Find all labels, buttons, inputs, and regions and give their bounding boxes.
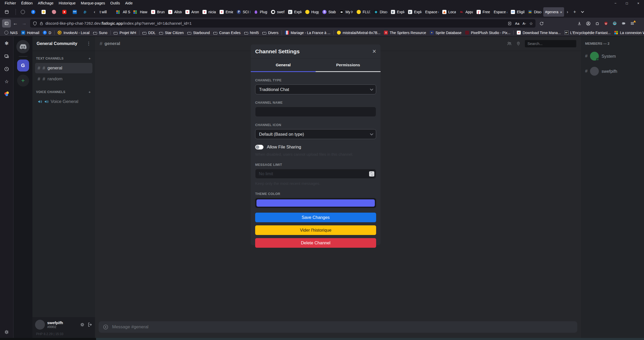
tab-close-icon[interactable]: ×: [560, 10, 562, 14]
discord-home-icon[interactable]: [16, 40, 30, 53]
member-row[interactable]: # System: [585, 52, 640, 61]
channel-type-select[interactable]: Traditional Chat: [255, 84, 376, 94]
tab-scroll-right-icon[interactable]: ›: [564, 8, 571, 16]
downloads-icon[interactable]: [577, 21, 582, 26]
translate-icon[interactable]: Aa: [515, 22, 519, 25]
bookmark[interactable]: Mariage - La France à ...: [283, 30, 332, 35]
url-bar[interactable]: discord-like-php-chat-7262.dev.flatlogic…: [30, 19, 535, 28]
user-settings-gear-icon[interactable]: [80, 322, 85, 327]
forward-icon[interactable]: →: [20, 19, 29, 28]
message-input[interactable]: Message #general: [99, 321, 577, 333]
refresh-icon[interactable]: [537, 19, 546, 28]
browser-tab[interactable]: Explor: [286, 7, 303, 17]
pinned-tab-globe-icon[interactable]: [18, 8, 29, 16]
members-toggle-icon[interactable]: [507, 41, 512, 46]
lock-icon[interactable]: [39, 22, 43, 25]
bookmark-folder[interactable]: Star Citizen: [157, 30, 185, 35]
bookmark[interactable]: L'Encyclopédie Fantast...: [563, 30, 613, 35]
pinned-tab-creature-icon[interactable]: [50, 8, 60, 16]
server-header[interactable]: General Community ⋮: [32, 36, 95, 51]
browser-tab[interactable]: swefpi: [269, 7, 286, 17]
menu-fichier[interactable]: Fichier: [2, 1, 19, 6]
bookmark[interactable]: The Spriters Resource: [382, 30, 428, 35]
browser-tab[interactable]: t will: [98, 7, 115, 17]
bookmark-folder[interactable]: Conan Exiles: [212, 30, 242, 35]
bookmarks-star-icon[interactable]: ☆: [4, 79, 10, 84]
pinned-tab-synology-icon[interactable]: [81, 8, 91, 16]
bookmark-folder[interactable]: Divers: [261, 30, 280, 35]
pinned-tab-dsm-icon[interactable]: [70, 8, 81, 16]
browser-tab[interactable]: Explor: [406, 7, 423, 17]
save-page-icon[interactable]: [507, 21, 512, 26]
menu-affichage[interactable]: Affichage: [35, 1, 56, 6]
browser-tab[interactable]: Bruni2: [149, 7, 166, 17]
ai-chatbot-icon[interactable]: ✻: [4, 41, 10, 46]
sidebar-toggle-icon[interactable]: [2, 19, 11, 28]
browser-tab[interactable]: Aromy: [184, 7, 201, 17]
bookmark[interactable]: mistralai/Mixtral-8x7B...: [335, 30, 382, 35]
channel-item-random[interactable]: # # random: [35, 74, 92, 84]
add-voice-channel-button[interactable]: +: [89, 90, 91, 94]
browser-tab[interactable]: FLUX.2: [355, 7, 372, 17]
theme-color-swatch[interactable]: [256, 199, 375, 207]
browser-tab[interactable]: Alister: [166, 7, 184, 17]
browser-tab[interactable]: Appar: [458, 7, 475, 17]
sidebar-settings-gear-icon[interactable]: [4, 329, 10, 335]
bookmark[interactable]: Sprite Database: [428, 30, 463, 35]
browser-tab[interactable]: Huggi: [303, 7, 321, 17]
tab-general[interactable]: General: [251, 58, 316, 72]
search-input[interactable]: [525, 40, 576, 47]
pinned-tab-youtube-icon[interactable]: [60, 8, 70, 16]
bookmark-star-icon[interactable]: ☆: [529, 21, 533, 26]
logout-icon[interactable]: [88, 322, 92, 327]
add-server-button[interactable]: +: [17, 75, 29, 87]
screen-share-icon[interactable]: [4, 53, 10, 59]
browser-tab[interactable]: SCI RE: [235, 7, 252, 17]
maximize-button[interactable]: □: [621, 0, 633, 6]
tab-scroll-left-icon[interactable]: ‹: [91, 8, 98, 16]
browser-tab[interactable]: Discor: [526, 7, 543, 17]
number-spinner[interactable]: [369, 171, 374, 176]
member-row[interactable]: # swefpifh: [585, 67, 640, 76]
pinned-tab-facebook-icon[interactable]: [29, 8, 39, 16]
channel-name-input[interactable]: [255, 107, 376, 117]
pinned-tab-diamond-icon[interactable]: [39, 8, 50, 16]
bookmark[interactable]: Hotmail: [19, 30, 41, 35]
browser-tab[interactable]: Discor: [372, 7, 389, 17]
browser-tab[interactable]: Explor: [389, 7, 406, 17]
delete-channel-button[interactable]: Delete Channel: [255, 238, 376, 248]
minimize-button[interactable]: −: [610, 0, 621, 6]
color-dots-icon[interactable]: [4, 91, 9, 96]
browser-tab[interactable]: Eligibi: [509, 7, 526, 17]
account-icon[interactable]: [586, 21, 591, 26]
message-limit-input[interactable]: No limit: [255, 169, 376, 179]
extension-avatar-icon[interactable]: [612, 21, 617, 26]
browser-tab[interactable]: My Ha: [338, 7, 355, 17]
app-menu-icon[interactable]: [630, 21, 635, 26]
bookmark[interactable]: Download Time Mana...: [515, 30, 562, 35]
voice-channel-item[interactable]: Voice General: [35, 96, 92, 107]
browser-tab[interactable]: niciara: [201, 7, 218, 17]
back-icon[interactable]: ←: [11, 19, 20, 28]
menu-outils[interactable]: Outils: [108, 1, 123, 6]
tab-list-icon[interactable]: [579, 8, 586, 16]
browser-tab-active[interactable]: #genera×: [543, 7, 564, 17]
bookmark[interactable]: La connexion Wifi et E...: [612, 30, 644, 35]
channel-icon-select[interactable]: Default (Based on type): [255, 129, 376, 139]
pin-icon[interactable]: [516, 41, 521, 46]
extension-gray-icon[interactable]: [621, 21, 626, 26]
browser-tab[interactable]: Emie0: [218, 7, 235, 17]
file-sharing-toggle[interactable]: [255, 145, 263, 149]
bookmark[interactable]: PixelPlush Studio - Pix...: [463, 30, 512, 35]
save-changes-button[interactable]: Save Changes: [255, 213, 376, 222]
close-window-button[interactable]: ×: [633, 0, 644, 6]
bookmark-folder[interactable]: html5: [242, 30, 261, 35]
bookmark-folder[interactable]: DDL: [141, 30, 157, 35]
menu-edition[interactable]: Édition: [19, 1, 35, 6]
browser-tab[interactable]: All Siz: [115, 7, 132, 17]
browser-tab[interactable]: Free :: [475, 7, 492, 17]
history-clock-icon[interactable]: [4, 66, 10, 72]
browser-tab[interactable]: Espace abo: [492, 7, 509, 17]
extensions-icon[interactable]: [595, 21, 600, 26]
shield-icon[interactable]: [33, 21, 37, 26]
